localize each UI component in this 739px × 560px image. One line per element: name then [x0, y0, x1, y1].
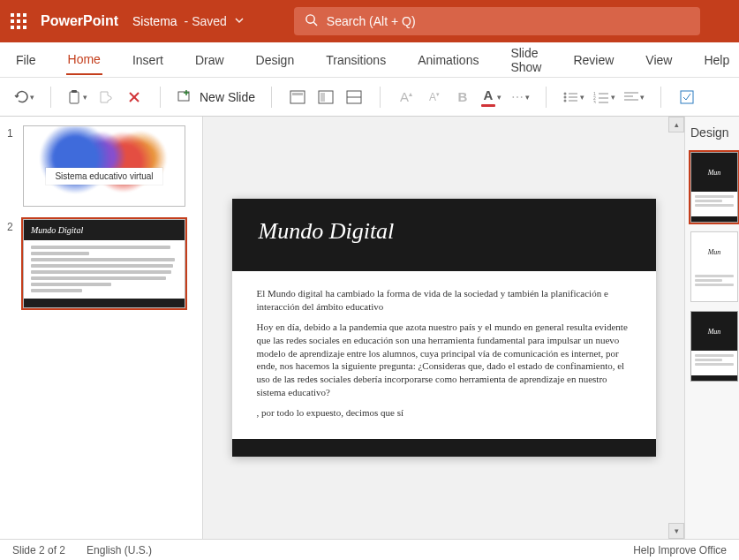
tab-slideshow[interactable]: Slide Show	[509, 39, 543, 81]
app-launcher-icon[interactable]	[11, 13, 26, 29]
thumbnail-number: 1	[7, 125, 18, 207]
save-state: - Saved	[185, 14, 227, 28]
numbering-button[interactable]: 123 ▾	[593, 85, 615, 110]
document-name: Sistema	[132, 14, 177, 28]
undo-button[interactable]: ▾	[12, 85, 34, 110]
bullets-button[interactable]: ▾	[562, 85, 584, 110]
tab-design[interactable]: Design	[254, 46, 297, 74]
design-ideas-pane: Design Mun Mun Mun	[684, 117, 739, 539]
tab-transitions[interactable]: Transitions	[324, 46, 388, 74]
svg-point-17	[564, 95, 567, 98]
tab-animations[interactable]: Animations	[416, 46, 480, 74]
slide-thumbnail-1[interactable]: Sistema educativo virtual	[23, 125, 185, 207]
slide-panel: 1 Sistema educativo virtual 2 Mundo Digi…	[0, 117, 203, 539]
thumbnail-number: 2	[7, 219, 18, 308]
help-improve-link[interactable]: Help Improve Office	[633, 544, 727, 556]
current-slide[interactable]: Mundo Digital El Mundo digital ha cambia…	[232, 199, 656, 457]
increase-font-button[interactable]: A▴	[396, 85, 416, 110]
svg-line-1	[313, 22, 317, 26]
svg-rect-10	[292, 93, 303, 95]
design-idea-label: Mun	[691, 153, 737, 192]
content-area: 1 Sistema educativo virtual 2 Mundo Digi…	[0, 117, 739, 539]
tab-review[interactable]: Review	[571, 46, 615, 74]
svg-rect-3	[72, 90, 77, 93]
slide-position[interactable]: Slide 2 of 2	[12, 544, 65, 556]
slide-thumbnail-2[interactable]: Mundo Digital	[23, 219, 185, 308]
layout-button[interactable]	[288, 85, 307, 110]
scroll-down-button[interactable]: ▾	[668, 523, 684, 539]
align-button[interactable]: ▾	[624, 85, 645, 110]
language-indicator[interactable]: English (U.S.)	[87, 544, 152, 556]
new-slide-label: New Slide	[200, 90, 255, 104]
tab-view[interactable]: View	[644, 46, 674, 74]
thumbnail-row-2[interactable]: 2 Mundo Digital	[7, 219, 195, 308]
paste-button[interactable]: ▾	[67, 85, 87, 110]
svg-point-0	[306, 15, 314, 23]
section-button[interactable]	[344, 85, 364, 110]
tab-home[interactable]: Home	[66, 45, 102, 75]
ribbon-tabs: File Home Insert Draw Design Transitions…	[0, 42, 739, 78]
format-painter-button[interactable]	[96, 85, 116, 110]
design-idea-2[interactable]: Mun	[690, 231, 738, 302]
chevron-down-icon[interactable]	[234, 14, 245, 28]
designer-button[interactable]	[677, 85, 697, 110]
bold-button[interactable]: B	[453, 85, 472, 110]
tab-help[interactable]: Help	[702, 46, 731, 74]
design-idea-label: Mun	[691, 232, 737, 271]
document-title-area[interactable]: Sistema - Saved	[132, 14, 245, 28]
thumbnail-1-caption: Sistema educativo virtual	[46, 168, 162, 185]
status-bar: Slide 2 of 2 English (U.S.) Help Improve…	[0, 539, 739, 560]
design-pane-header: Design	[685, 122, 739, 143]
tab-draw[interactable]: Draw	[193, 46, 226, 74]
svg-rect-12	[320, 93, 325, 102]
design-idea-1[interactable]: Mun	[690, 152, 738, 223]
search-icon	[305, 13, 318, 29]
new-slide-button[interactable]: New Slide	[177, 89, 255, 105]
app-name: PowerPoint	[41, 13, 118, 29]
thumbnail-2-body	[24, 240, 185, 299]
slide-body[interactable]: El Mundo digital ha cambiado la forma de…	[232, 271, 656, 439]
svg-point-15	[564, 92, 567, 95]
slide-editor: ▴ Mundo Digital El Mundo digital ha camb…	[203, 117, 684, 539]
scroll-up-button[interactable]: ▴	[668, 117, 684, 132]
splash-art-icon	[24, 126, 185, 206]
more-font-button[interactable]: ⋯▾	[510, 85, 530, 110]
tab-insert[interactable]: Insert	[131, 46, 165, 74]
search-box[interactable]	[294, 7, 700, 35]
font-color-button[interactable]: A ▾	[481, 85, 501, 110]
slide-paragraph-2: Hoy en día, debido a la pandemia que azo…	[257, 321, 631, 399]
title-bar: PowerPoint Sistema - Saved	[0, 0, 739, 42]
search-input[interactable]	[327, 14, 690, 28]
svg-point-19	[564, 99, 567, 102]
decrease-font-button[interactable]: A▾	[425, 85, 444, 110]
thumbnail-2-title: Mundo Digital	[24, 220, 185, 240]
slide-title[interactable]: Mundo Digital	[259, 218, 630, 245]
design-idea-3[interactable]: Mun	[690, 311, 738, 382]
tab-file[interactable]: File	[14, 46, 38, 74]
slide-paragraph-1: El Mundo digital ha cambiado la forma de…	[257, 287, 631, 314]
thumbnail-row-1[interactable]: 1 Sistema educativo virtual	[7, 125, 195, 207]
svg-rect-2	[70, 92, 79, 103]
reset-button[interactable]	[316, 85, 336, 110]
delete-button[interactable]	[124, 85, 144, 110]
svg-text:3: 3	[593, 100, 596, 103]
slide-canvas[interactable]: Mundo Digital El Mundo digital ha cambia…	[203, 117, 684, 539]
slide-paragraph-3: , por todo lo expuesto, decimos que sí	[257, 406, 631, 420]
design-idea-label: Mun	[691, 312, 737, 351]
svg-rect-30	[681, 91, 693, 103]
ribbon-toolbar: ▾ ▾ New Slide A▴ A▾	[0, 78, 739, 117]
